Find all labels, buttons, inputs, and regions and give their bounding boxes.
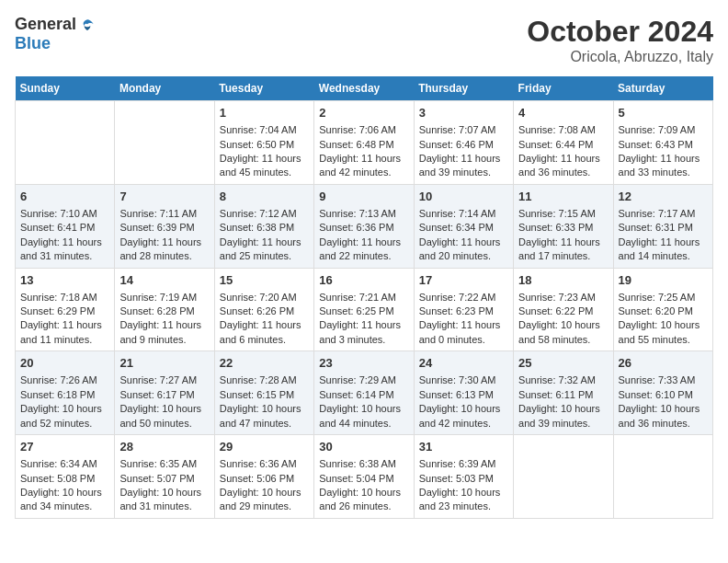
calendar-cell: 16Sunrise: 7:21 AMSunset: 6:25 PMDayligh… (314, 268, 414, 351)
logo: General Blue (15, 15, 97, 53)
cell-info: Daylight: 10 hours and 26 minutes. (319, 486, 408, 514)
calendar-cell (613, 435, 712, 519)
calendar-cell: 24Sunrise: 7:30 AMSunset: 6:13 PMDayligh… (414, 351, 513, 435)
cell-info: Sunset: 6:50 PM (220, 138, 309, 152)
cell-info: Sunrise: 7:07 AM (419, 123, 508, 137)
calendar-week-row: 27Sunrise: 6:34 AMSunset: 5:08 PMDayligh… (16, 435, 713, 519)
calendar-cell: 18Sunrise: 7:23 AMSunset: 6:22 PMDayligh… (514, 268, 613, 351)
cell-info: Sunrise: 7:06 AM (319, 123, 408, 137)
cell-info: Sunrise: 7:11 AM (119, 207, 209, 221)
cell-info: Sunrise: 7:14 AM (419, 207, 508, 221)
cell-info: Daylight: 10 hours and 34 minutes. (20, 486, 109, 514)
cell-info: Daylight: 10 hours and 29 minutes. (220, 486, 309, 514)
cell-info: Sunrise: 7:25 AM (619, 291, 708, 304)
logo-general-text: General (15, 16, 76, 34)
cell-info: Sunset: 6:26 PM (220, 304, 309, 318)
cell-info: Daylight: 10 hours and 44 minutes. (319, 402, 408, 431)
calendar-cell (16, 101, 115, 185)
day-number: 27 (20, 439, 109, 455)
calendar-day-header: Wednesday (314, 76, 414, 101)
calendar-cell: 2Sunrise: 7:06 AMSunset: 6:48 PMDaylight… (314, 101, 414, 185)
cell-info: Sunrise: 7:15 AM (518, 207, 608, 221)
cell-info: Sunrise: 7:08 AM (518, 123, 608, 137)
day-number: 30 (319, 439, 408, 455)
cell-info: Sunset: 6:18 PM (20, 388, 109, 402)
day-number: 2 (319, 105, 408, 121)
cell-info: Daylight: 11 hours and 45 minutes. (220, 152, 309, 180)
calendar-cell: 8Sunrise: 7:12 AMSunset: 6:38 PMDaylight… (214, 184, 313, 268)
cell-info: Sunrise: 7:10 AM (20, 207, 109, 221)
day-number: 23 (319, 355, 408, 372)
cell-info: Sunrise: 6:36 AM (220, 457, 309, 471)
cell-info: Sunset: 6:46 PM (419, 138, 508, 152)
calendar-day-header: Tuesday (214, 76, 313, 101)
cell-info: Sunset: 6:34 PM (419, 221, 508, 235)
cell-info: Sunset: 6:41 PM (20, 221, 109, 235)
day-number: 21 (119, 355, 209, 372)
cell-info: Sunset: 6:10 PM (619, 388, 708, 402)
calendar-cell: 21Sunrise: 7:27 AMSunset: 6:17 PMDayligh… (115, 351, 214, 435)
day-number: 14 (119, 272, 209, 289)
calendar-cell: 26Sunrise: 7:33 AMSunset: 6:10 PMDayligh… (613, 351, 712, 435)
cell-info: Sunset: 5:07 PM (119, 472, 209, 486)
calendar-cell: 30Sunrise: 6:38 AMSunset: 5:04 PMDayligh… (314, 435, 414, 519)
day-number: 31 (419, 439, 508, 455)
logo-bird-icon (78, 17, 97, 35)
day-number: 15 (220, 272, 309, 289)
calendar-cell: 9Sunrise: 7:13 AMSunset: 6:36 PMDaylight… (314, 184, 414, 268)
cell-info: Daylight: 10 hours and 55 minutes. (619, 318, 708, 347)
calendar-cell: 15Sunrise: 7:20 AMSunset: 6:26 PMDayligh… (214, 268, 313, 351)
cell-info: Sunset: 6:28 PM (119, 304, 209, 318)
day-number: 11 (518, 189, 608, 205)
cell-info: Sunrise: 7:29 AM (319, 373, 408, 387)
cell-info: Daylight: 11 hours and 42 minutes. (319, 152, 408, 180)
calendar-cell: 1Sunrise: 7:04 AMSunset: 6:50 PMDaylight… (214, 101, 313, 185)
day-number: 16 (319, 272, 408, 289)
calendar-cell: 14Sunrise: 7:19 AMSunset: 6:28 PMDayligh… (115, 268, 214, 351)
calendar-table: SundayMondayTuesdayWednesdayThursdayFrid… (15, 76, 713, 519)
calendar-cell: 27Sunrise: 6:34 AMSunset: 5:08 PMDayligh… (16, 435, 115, 519)
cell-info: Sunrise: 7:09 AM (619, 123, 708, 137)
cell-info: Sunrise: 7:32 AM (518, 373, 608, 387)
cell-info: Sunset: 6:44 PM (518, 138, 608, 152)
cell-info: Sunrise: 7:18 AM (20, 291, 109, 304)
calendar-header-row: SundayMondayTuesdayWednesdayThursdayFrid… (16, 76, 713, 101)
calendar-cell: 29Sunrise: 6:36 AMSunset: 5:06 PMDayligh… (214, 435, 313, 519)
cell-info: Daylight: 10 hours and 39 minutes. (518, 402, 608, 431)
calendar-cell: 4Sunrise: 7:08 AMSunset: 6:44 PMDaylight… (514, 101, 613, 185)
day-number: 7 (119, 189, 209, 205)
day-number: 17 (419, 272, 508, 289)
cell-info: Daylight: 10 hours and 42 minutes. (419, 402, 508, 431)
day-number: 13 (20, 272, 109, 289)
cell-info: Sunrise: 6:39 AM (419, 457, 508, 471)
calendar-cell (514, 435, 613, 519)
calendar-cell: 23Sunrise: 7:29 AMSunset: 6:14 PMDayligh… (314, 351, 414, 435)
cell-info: Sunrise: 7:19 AM (119, 291, 209, 304)
cell-info: Daylight: 11 hours and 22 minutes. (319, 236, 408, 264)
cell-info: Daylight: 11 hours and 6 minutes. (220, 318, 309, 347)
cell-info: Sunset: 6:48 PM (319, 138, 408, 152)
calendar-cell: 10Sunrise: 7:14 AMSunset: 6:34 PMDayligh… (414, 184, 513, 268)
cell-info: Sunset: 6:17 PM (119, 388, 209, 402)
cell-info: Daylight: 11 hours and 36 minutes. (518, 152, 608, 180)
cell-info: Sunrise: 7:17 AM (619, 207, 708, 221)
calendar-week-row: 6Sunrise: 7:10 AMSunset: 6:41 PMDaylight… (16, 184, 713, 268)
cell-info: Sunrise: 6:38 AM (319, 457, 408, 471)
calendar-day-header: Thursday (414, 76, 513, 101)
calendar-cell: 6Sunrise: 7:10 AMSunset: 6:41 PMDaylight… (16, 184, 115, 268)
day-number: 25 (518, 355, 608, 372)
day-number: 18 (518, 272, 608, 289)
calendar-week-row: 13Sunrise: 7:18 AMSunset: 6:29 PMDayligh… (16, 268, 713, 351)
day-number: 6 (20, 189, 109, 205)
calendar-cell (115, 101, 214, 185)
cell-info: Sunset: 6:15 PM (220, 388, 309, 402)
day-number: 4 (518, 105, 608, 121)
cell-info: Daylight: 11 hours and 11 minutes. (20, 318, 109, 347)
title-block: October 2024 Oricola, Abruzzo, Italy (527, 15, 713, 65)
cell-info: Sunset: 6:14 PM (319, 388, 408, 402)
calendar-cell: 7Sunrise: 7:11 AMSunset: 6:39 PMDaylight… (115, 184, 214, 268)
calendar-cell: 31Sunrise: 6:39 AMSunset: 5:03 PMDayligh… (414, 435, 513, 519)
cell-info: Sunset: 6:38 PM (220, 221, 309, 235)
cell-info: Sunrise: 7:33 AM (619, 373, 708, 387)
cell-info: Sunrise: 7:20 AM (220, 291, 309, 304)
